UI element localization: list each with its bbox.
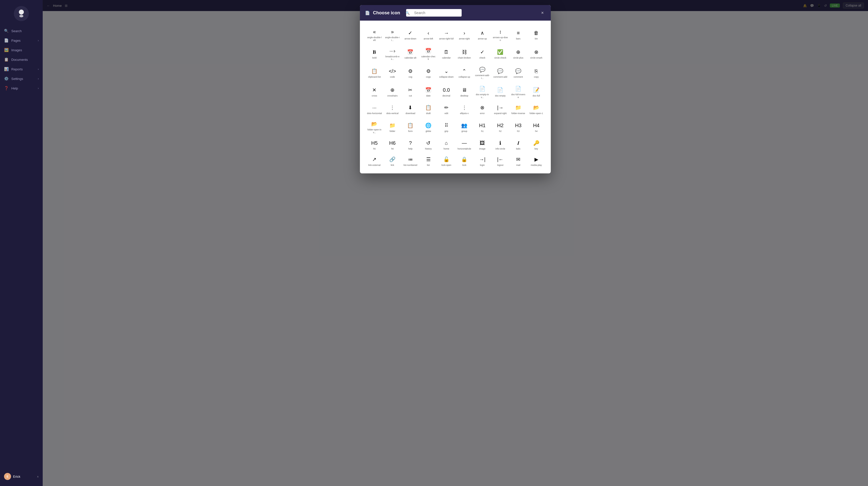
icon-item-folder-open-1[interactable]: 📂folder-open-1 [528,101,545,117]
icon-item-image[interactable]: 🖼image [474,137,491,152]
icon-item-folder-open-inv[interactable]: 📂folder-open-inv... [366,118,383,136]
icon-item-h5[interactable]: H5h5 [366,137,383,152]
icon-item-comment-add-r[interactable]: 💬comment-add-r... [474,64,491,82]
icon-item-comment[interactable]: 💬comment [510,64,527,82]
icon-item-info-circle[interactable]: ℹinfo-circle [492,137,509,152]
icon-item-circle-check[interactable]: ✅circle-check [492,45,509,63]
icon-item-logout[interactable]: |←logout [492,153,509,169]
icon-item-cross[interactable]: ✕cross [366,83,383,101]
icon-item-horizontalrule[interactable]: —horizontalrule [456,137,473,152]
user-profile[interactable]: E Erick ∧ [0,470,43,483]
icon-item-circle-xmark[interactable]: ⊗circle-xmark [528,45,545,63]
icon-item-bin[interactable]: 🗑bin [528,26,545,44]
icon-item-angle-double-left[interactable]: «angle-double-left [366,26,383,44]
icon-label: h1 [481,130,484,133]
icon-item-calendar-alt[interactable]: 📅calendar-alt [402,45,419,63]
icon-symbol: « [373,29,376,35]
icon-label: breadcrumb-ex... [385,55,400,61]
icon-item-desktop[interactable]: 🖥desktop [456,83,473,101]
icon-item-chain-broken[interactable]: ⛓chain-broken [456,45,473,63]
icon-label: doc-empty [495,94,505,97]
icon-item-decimal[interactable]: 0.0decimal [438,83,455,101]
icon-item-grip[interactable]: ⠿grip [438,118,455,136]
icon-item-link[interactable]: 🔗link [384,153,401,169]
icon-item-doc-empty-inv[interactable]: 📄doc-empty-inv... [474,83,491,101]
icon-item-italic[interactable]: 𝑰italic [510,137,527,152]
icon-item-comment-add[interactable]: 💬comment-add [492,64,509,82]
sidebar-item-reports[interactable]: 📊 Reports › [0,64,43,74]
icon-item-collapse-down[interactable]: ⌄collapse-down [438,64,455,82]
icon-item-dots-vertical[interactable]: ⋮dots-vertical [384,101,401,117]
icon-item-arrow-right[interactable]: ›arrow-right [456,26,473,44]
icon-item-calendar-check[interactable]: 📅calendar-check [420,45,437,63]
icon-item-doc-full-inverse[interactable]: 📄doc-full-inverse [510,83,527,101]
icon-item-h1[interactable]: H1h1 [474,118,491,136]
icon-item-h3[interactable]: H3h3 [510,118,527,136]
icon-item-crosshairs[interactable]: ⊕crosshairs [384,83,401,101]
icon-item-bars[interactable]: ≡bars [510,26,527,44]
icon-item-edit[interactable]: ✏edit [438,101,455,117]
icon-item-h6[interactable]: H6h6 [384,137,401,152]
icon-item-calendar[interactable]: 🗓calendar [438,45,455,63]
icon-label: arrows-up-down [493,36,508,42]
icon-item-h4[interactable]: H4h4 [528,118,545,136]
icon-item-globe[interactable]: 🌐globe [420,118,437,136]
icon-item-clipboard-list[interactable]: 📋clipboard-list [366,64,383,82]
icon-item-cogs[interactable]: ⚙cogs [420,64,437,82]
icon-item-circle-plus[interactable]: ⊕circle-plus [510,45,527,63]
icon-search-input[interactable] [406,9,462,17]
icon-item-doc-empty[interactable]: 📄doc-empty [492,83,509,101]
icon-item-error[interactable]: ⊗error [474,101,491,117]
icon-item-h2[interactable]: H2h2 [492,118,509,136]
sidebar-item-documents[interactable]: 📋 Documents [0,55,43,64]
icon-item-arrow-down[interactable]: ✓arrow-down [402,26,419,44]
icon-item-history[interactable]: ↺history [420,137,437,152]
icon-item-bold[interactable]: 𝐁bold [366,45,383,63]
sidebar-item-help[interactable]: ❓ Help › [0,84,43,93]
icon-item-doc-full[interactable]: 📝doc-full [528,83,545,101]
icon-item-help[interactable]: ?help [402,137,419,152]
icon-item-arrow-up[interactable]: ∧arrow-up [474,26,491,44]
icon-symbol: ↕ [499,29,502,35]
icon-item-code[interactable]: </>code [384,64,401,82]
icon-item-cog[interactable]: ⚙cog [402,64,419,82]
icon-item-angle-double-right[interactable]: »angle-double-ri... [384,26,401,44]
modal-close-button[interactable]: × [539,9,546,17]
icon-item-date[interactable]: 📅date [420,83,437,101]
icon-item-collapse-up[interactable]: ⌃collapse-up [456,64,473,82]
icon-item-home[interactable]: ⌂home [438,137,455,152]
icon-item-folder-inverse[interactable]: 📁folder-inverse [510,101,527,117]
icon-item-folder[interactable]: 📁folder [384,118,401,136]
icon-symbol: 🗓 [444,49,449,55]
icon-item-link-external[interactable]: ↗link-external [366,153,383,169]
icon-item-expand-right[interactable]: |→expand-right [492,101,509,117]
icon-item-mail[interactable]: ✉mail [510,153,527,169]
icon-item-arrow-left[interactable]: ‹arrow-left [420,26,437,44]
icon-item-key[interactable]: 🔑key [528,137,545,152]
icon-label: logout [497,164,503,166]
icon-label: dots-horizontal [367,112,382,115]
icon-item-ellipsis-v[interactable]: ⋮ellipsis-v [456,101,473,117]
icon-item-draft[interactable]: 📋draft [420,101,437,117]
icon-item-cut[interactable]: ✂cut [402,83,419,101]
icon-item-download[interactable]: ⬇download [402,101,419,117]
icon-item-breadcrumb-ex[interactable]: ···›breadcrumb-ex... [384,45,401,63]
icon-item-dots-horizontal[interactable]: ···dots-horizontal [366,101,383,117]
icon-item-list[interactable]: ☰list [420,153,437,169]
icon-item-list-numbered[interactable]: ≔list-numbered [402,153,419,169]
icon-item-group[interactable]: 👥group [456,118,473,136]
icon-item-arrows-up-down[interactable]: ↕arrows-up-down [492,26,509,44]
icon-item-check[interactable]: ✓check [474,45,491,63]
sidebar-item-search[interactable]: 🔍 Search [0,26,43,36]
icon-item-form[interactable]: 📋form [402,118,419,136]
icon-item-lock[interactable]: 🔒lock [456,153,473,169]
icon-item-arrow-right-full[interactable]: →arrow-right-full [438,26,455,44]
icon-item-media-play[interactable]: ▶media-play [528,153,545,169]
icon-item-copy[interactable]: ⎘copy [528,64,545,82]
sidebar-item-settings[interactable]: ⚙️ Settings › [0,74,43,84]
icon-label: mail [516,164,520,166]
sidebar-item-pages[interactable]: 📄 Pages › [0,36,43,45]
icon-item-lock-open[interactable]: 🔓lock-open [438,153,455,169]
sidebar-item-images[interactable]: 🖼️ Images [0,45,43,55]
icon-item-login[interactable]: →|login [474,153,491,169]
